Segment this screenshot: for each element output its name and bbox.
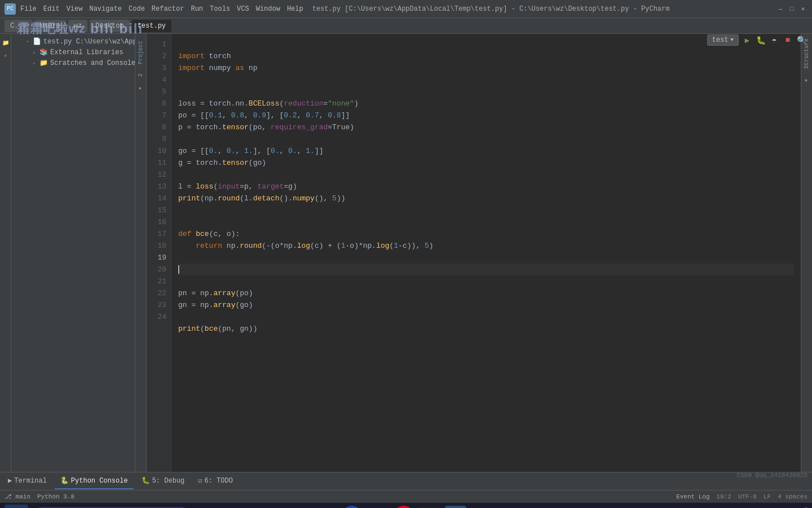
code-line-20: pn = np.array(po) (178, 289, 253, 297)
btab-python-console[interactable]: 🐍 Python Console (55, 474, 134, 489)
code-line-21: gn = np.array(go) (178, 301, 253, 309)
fold-arrow-scratch: ▸ (33, 60, 36, 67)
menu-window[interactable]: Window (256, 5, 280, 13)
taskbar-chrome[interactable] (341, 506, 363, 509)
taskbar-explorer[interactable]: 📁 (367, 506, 389, 509)
task-view-icon[interactable]: ⧉ (315, 506, 337, 509)
btab-terminal-label: Terminal (14, 477, 47, 485)
tabs-bar: C... Users wz Desktop test.py (0, 18, 812, 34)
project-panel: ▾ 📄 test.py C:\Users\wz\App... ▸ 📚 Exter… (21, 34, 135, 472)
tree-item-scratches[interactable]: ▸ 📁 Scratches and Consoles (24, 58, 133, 68)
line-sep[interactable]: LF (764, 493, 771, 500)
code-line-11 (178, 170, 183, 179)
menu-edit[interactable]: Edit (43, 5, 60, 13)
tree-label-external-libs: External Libraries (50, 49, 123, 56)
code-line-8 (178, 135, 183, 143)
code-line-13: print(np.round(l.detach().numpy(), 5)) (178, 194, 346, 203)
win-controls: — □ ✕ (776, 5, 807, 14)
btab-debug[interactable]: 🐛 5: Debug (136, 474, 191, 489)
menu-file[interactable]: File (20, 5, 37, 13)
line-col: 19:2 (717, 493, 731, 500)
code-line-19 (178, 264, 794, 275)
status-right: Event Log 19:2 UTF-8 LF 4 spaces (676, 493, 807, 500)
taskbar-media[interactable]: ▶ (393, 506, 414, 509)
code-line-22 (178, 313, 183, 321)
start-button[interactable] (5, 505, 28, 509)
encoding[interactable]: UTF-8 (738, 493, 757, 500)
event-log-label[interactable]: Event Log (676, 493, 709, 500)
vtab-favorites[interactable]: ★ (136, 81, 145, 97)
btab-todo[interactable]: ☑ 6: TODO (192, 474, 239, 489)
vertical-tabs: Project 2 ★ (135, 34, 147, 472)
library-icon: 📚 (39, 48, 48, 56)
tab-c[interactable]: C... (5, 20, 32, 32)
btab-terminal[interactable]: ▶ Terminal (2, 474, 52, 489)
code-line-15 (178, 218, 183, 226)
scratches-icon: 📁 (39, 59, 48, 67)
action-bar: 📁 ★ (0, 34, 11, 472)
btab-python-label: Python Console (71, 477, 128, 485)
window-title: test.py [C:\Users\wz\AppData\Local\Temp\… (312, 5, 776, 13)
menu-help[interactable]: Help (287, 5, 303, 13)
right-panel: Structure ★ (801, 34, 812, 472)
code-line-6: po = [[0.1, 0.8, 0.9], [0.2, 0.7, 0.8]] (178, 111, 350, 120)
taskbar-icons: ⧉ 📁 ▶ PC WS (195, 506, 586, 509)
editor: 1234 5678 9101112 13141516 171819 202122… (147, 34, 801, 472)
fold-arrow-ext: ▸ (33, 49, 36, 56)
debug-icon: 🐛 (142, 476, 150, 485)
menu-refactor[interactable]: Refactor (152, 5, 184, 13)
minimize-button[interactable]: — (776, 5, 785, 14)
close-button[interactable]: ✕ (798, 5, 807, 14)
menu-code[interactable]: Code (129, 5, 145, 13)
project-icon[interactable]: 📁 (1, 38, 10, 47)
tab-users[interactable]: Users (34, 20, 66, 32)
tree-item-external-libs[interactable]: ▸ 📚 External Libraries (24, 47, 133, 58)
structure-panel[interactable]: Structure (802, 34, 811, 73)
code-line-1: import torch (178, 52, 231, 60)
code-line-3 (178, 76, 183, 84)
code-line-23: print(bce(pn, gn)) (178, 325, 257, 333)
code-line-5: loss = torch.nn.BCELoss(reduction="none"… (178, 99, 359, 108)
maximize-button[interactable]: □ (787, 5, 796, 14)
menu-run[interactable]: Run (191, 5, 203, 13)
tree-label-scratches: Scratches and Consoles (50, 59, 135, 67)
code-line-24 (178, 336, 183, 345)
code-line-2: import numpy as np (178, 64, 257, 72)
tab-testpy[interactable]: test.py (132, 20, 171, 32)
menu-view[interactable]: View (67, 5, 83, 13)
main-area: 📁 ★ ▾ 📄 test.py C:\Users\wz\App... ▸ 📚 E… (0, 34, 812, 472)
code-area: 1234 5678 9101112 13141516 171819 202122… (147, 34, 801, 472)
tab-desktop[interactable]: Desktop (90, 20, 129, 32)
favorites-panel[interactable]: ★ (802, 73, 811, 89)
spaces[interactable]: 4 spaces (778, 493, 807, 500)
taskbar-ide2[interactable]: WS (445, 506, 466, 509)
code-line-10: g = torch.tensor(go) (178, 159, 266, 167)
menu-navigate[interactable]: Navigate (89, 5, 122, 13)
code-line-12: l = loss(input=p, target=g) (178, 182, 297, 191)
taskbar-pycharm[interactable]: PC (419, 506, 440, 509)
menu-tools[interactable]: Tools (210, 5, 230, 13)
status-bar: ⎇ main Python 3.8 Event Log 19:2 UTF-8 L… (0, 490, 812, 502)
btab-todo-label: 6: TODO (205, 477, 233, 485)
python-icon: 🐍 (60, 476, 69, 485)
tree-label-testpy: test.py C:\Users\wz\App... (43, 38, 135, 46)
line-numbers: 1234 5678 9101112 13141516 171819 202122… (147, 34, 171, 472)
code-line-17: return np.round(-(o*np.log(c) + (1-o)*np… (178, 242, 434, 250)
menu-bar: File Edit View Navigate Code Refactor Ru… (20, 5, 303, 13)
vtab-2[interactable]: 2 (136, 69, 145, 81)
status-left: ⎇ main Python 3.8 (5, 493, 74, 500)
tree-item-testpy[interactable]: ▾ 📄 test.py C:\Users\wz\App... (24, 36, 133, 47)
bottom-toolbar: ▶ Terminal 🐍 Python Console 🐛 5: Debug ☑… (0, 472, 812, 490)
vtab-project[interactable]: Project (136, 36, 145, 69)
code-content[interactable]: import torch import numpy as np loss = t… (171, 34, 801, 472)
code-line-16: def bce(c, o): (178, 230, 240, 238)
menu-vcs[interactable]: VCS (237, 5, 249, 13)
fold-arrow: ▾ (26, 38, 29, 45)
code-line-18 (178, 253, 183, 262)
btab-debug-label: 5: Debug (152, 477, 185, 485)
tab-wz[interactable]: wz (68, 20, 87, 32)
git-branch[interactable]: ⎇ main (5, 493, 30, 500)
code-line-4 (178, 87, 183, 96)
code-line-7: p = torch.tensor(po, requires_grad=True) (178, 123, 354, 132)
favorites-icon[interactable]: ★ (1, 51, 10, 60)
